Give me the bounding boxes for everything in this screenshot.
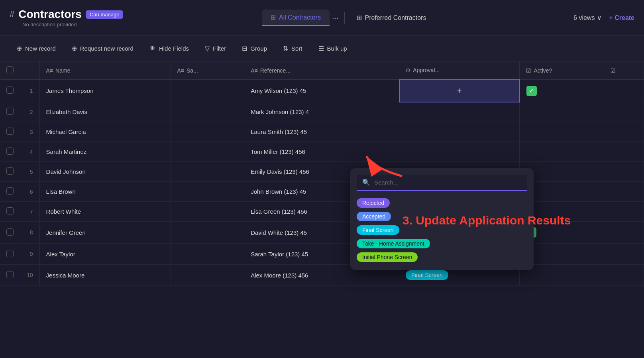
row-name: Jessica Moore [39,265,171,286]
dropdown-option-final-screen[interactable]: Final Screen [357,225,527,235]
ref-col-label: Reference... [260,67,291,74]
row-number: 8 [20,222,40,244]
bulk-up-button[interactable]: ☰ Bulk up [311,41,354,55]
dropdown-option-accepted[interactable]: Accepted [357,212,527,221]
row-checkbox-cell[interactable] [0,162,20,182]
dropdown-option-take-home[interactable]: Take - Home Assignment [357,239,527,248]
row-checkbox[interactable] [6,228,14,236]
row-checkbox-cell[interactable] [0,244,20,265]
row-approval[interactable] [399,102,520,122]
row-checkbox[interactable] [6,187,14,195]
row-checkbox-cell[interactable] [0,102,20,122]
approval-col-label: Approval... [413,67,440,73]
row-checkbox[interactable] [6,271,14,278]
table-row: 8Jennifer GreenDavid White (123) 45Accep… [0,222,644,244]
row-sa [171,222,244,244]
main-table: A≡ Name A≡ Sa... A≡ Reference... [0,61,644,286]
row-checkbox-cell[interactable] [0,142,20,162]
row-active[interactable] [520,142,604,162]
row-name: Alex Taylor [39,244,171,265]
row-checkbox-cell[interactable] [0,265,20,286]
table-icon: ⊞ [271,14,276,21]
approval-badge: Final Screen [406,270,448,280]
new-record-button[interactable]: ⊕ New record [10,41,63,55]
row-name: Elizabeth Davis [39,102,171,122]
row-active[interactable] [520,122,604,142]
table-row: 6Lisa BrownJohn Brown (123) 45 [0,182,644,202]
row-name: Michael Garcia [39,122,171,142]
row-extra [604,80,644,102]
row-checkbox[interactable] [6,87,14,94]
row-approval[interactable] [399,142,520,162]
header-approval-col[interactable]: ⊙ Approval... [399,61,520,80]
header-extra-col[interactable]: ☑ [604,61,644,80]
table-row: 1James ThompsonAmy Wilson (123) 45+✓ [0,80,644,102]
row-checkbox[interactable] [6,108,14,115]
row-extra [604,162,644,182]
hide-fields-label: Hide Fields [159,45,189,52]
name-col-icon: A≡ [46,67,53,74]
row-checkbox[interactable] [6,250,14,257]
row-checkbox-cell[interactable] [0,222,20,244]
hide-fields-button[interactable]: 👁 Hide Fields [142,42,196,55]
row-extra [604,142,644,162]
filter-button[interactable]: ▽ Filter [198,41,233,55]
hash-icon: # [10,9,14,20]
can-manage-badge[interactable]: Can manage [86,10,123,19]
toolbar: ⊕ New record ⊕ Request new record 👁 Hide… [0,36,644,61]
tab-all-contractors[interactable]: ⊞ All Contractors [262,10,330,26]
row-checkbox[interactable] [6,207,14,214]
row-active[interactable] [520,102,604,122]
row-number: 1 [20,80,40,102]
row-checkbox-cell[interactable] [0,80,20,102]
table-header-row: A≡ Name A≡ Sa... A≡ Reference... [0,61,644,80]
sort-button[interactable]: ⇅ Sort [276,41,310,55]
header-reference-col[interactable]: A≡ Reference... [244,61,399,80]
views-button[interactable]: 6 views ∨ [573,14,602,22]
dropdown-search-input[interactable] [374,179,522,186]
row-number: 7 [20,202,40,222]
search-icon: 🔍 [362,179,370,186]
add-approval-button[interactable]: + [406,86,513,96]
option-badge-take-home: Take - Home Assignment [357,239,430,248]
row-checkbox-cell[interactable] [0,202,20,222]
row-approval[interactable] [399,122,520,142]
row-number: 10 [20,265,40,286]
dropdown-option-rejected[interactable]: Rejected [357,198,527,208]
sa-col-icon: A≡ [177,67,185,74]
tab-preferred-contractors[interactable]: ⊞ Preferred Contractors [348,10,435,26]
row-checkbox-cell[interactable] [0,182,20,202]
row-checkbox[interactable] [6,167,14,175]
dropdown-option-initial-phone[interactable]: Initial Phone Screen [357,252,527,262]
approval-dropdown[interactable]: 🔍 RejectedAcceptedFinal ScreenTake - Hom… [350,168,534,270]
row-checkbox-cell[interactable] [0,122,20,142]
approval-col-icon: ⊙ [406,67,410,73]
row-sa [171,244,244,265]
dropdown-search-bar[interactable]: 🔍 [357,175,527,191]
table-row: 4Sarah MartinezTom Miller (123) 456 [0,142,644,162]
header-checkbox-col[interactable] [0,61,20,80]
tab-all-contractors-label: All Contractors [279,14,321,21]
header-sa-col[interactable]: A≡ Sa... [171,61,244,80]
row-sa [171,142,244,162]
header-active-col[interactable]: ☑ Active? [520,61,604,80]
tab-preferred-label: Preferred Contractors [365,14,426,22]
chevron-down-icon: ∨ [597,14,602,22]
row-reference: Tom Miller (123) 456 [244,142,399,162]
request-new-record-button[interactable]: ⊕ Request new record [65,41,141,55]
create-button[interactable]: + Create [609,14,634,22]
row-checkbox[interactable] [6,148,14,155]
table-icon-2: ⊞ [357,14,362,22]
group-button[interactable]: ⊟ Group [235,41,274,55]
active-col-label: Active? [534,67,552,74]
row-sa [171,102,244,122]
row-active[interactable]: ✓ [520,80,604,102]
row-checkbox[interactable] [6,128,14,135]
tab-options-dots[interactable]: ··· [330,13,341,22]
table-container: A≡ Name A≡ Sa... A≡ Reference... [0,61,644,358]
active-check: ✓ [526,86,537,96]
header-name-col[interactable]: A≡ Name [39,61,171,80]
select-all-checkbox[interactable] [6,66,14,73]
row-reference: Amy Wilson (123) 45 [244,80,399,102]
row-approval[interactable]: + [399,80,520,102]
